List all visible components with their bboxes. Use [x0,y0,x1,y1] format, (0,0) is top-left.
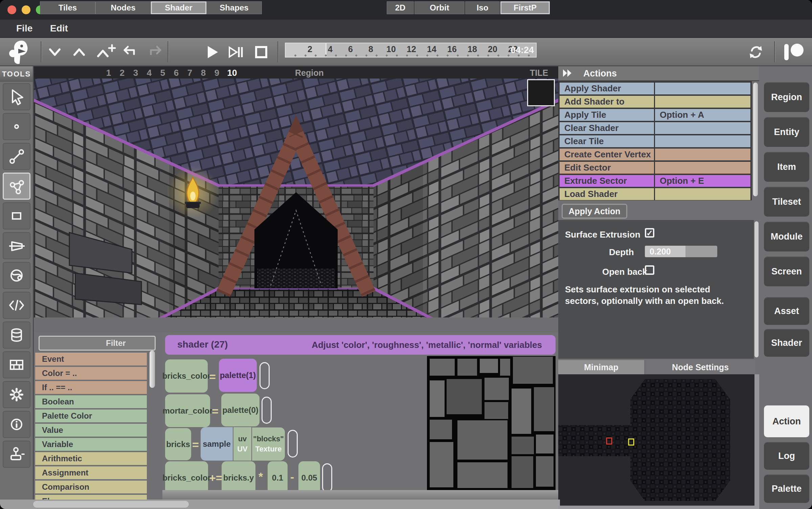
frame-number-active[interactable]: 10 [225,68,239,78]
close-window-button[interactable] [7,5,16,14]
action-row[interactable]: Load Shader [560,188,750,200]
node-func[interactable]: sample [201,427,233,461]
tool-globe[interactable] [3,262,30,289]
node-list-item[interactable]: If .. == .. [35,381,147,394]
node-value[interactable]: bricks.y [222,461,255,494]
mode-button-shader[interactable]: Shader [764,329,809,357]
mode-button-item[interactable]: Item [764,152,809,182]
open-back-checkbox[interactable] [645,265,654,275]
node-list-item[interactable]: Boolean [35,395,147,408]
menu-edit[interactable]: Edit [50,20,68,38]
mode-button-palette[interactable]: Palette [764,474,809,503]
viewport-3d-scene[interactable] [34,79,558,317]
tool-sector[interactable] [3,173,30,200]
depth-slider[interactable]: 0.200 [645,246,717,257]
tab-shapes[interactable]: Shapes [206,1,262,14]
tool-tilemap[interactable] [3,351,30,378]
minimap-scroll-strip[interactable] [754,374,759,509]
action-row[interactable]: Create Center Vertex [560,149,750,160]
tool-game[interactable] [3,441,30,468]
surface-extrusion-checkbox[interactable]: ✓ [645,228,654,238]
move-up-button[interactable] [71,44,87,60]
tool-code[interactable] [3,292,30,319]
action-row[interactable]: Clear Tile [560,135,750,147]
tool-data[interactable] [3,322,30,349]
node-arg[interactable]: uv UV [233,427,251,461]
frame-number[interactable]: 5 [158,68,168,78]
mode-button-entity[interactable]: Entity [764,117,809,147]
filter-input[interactable]: Filter [39,336,156,351]
action-row-selected[interactable]: Extrude SectorOption + E [560,175,750,187]
node-output-pin[interactable] [260,362,270,389]
tab-iso[interactable]: Iso [465,1,500,14]
tool-select[interactable] [3,83,30,110]
mode-button-region[interactable]: Region [764,82,809,112]
node-list-item[interactable]: Variable [35,438,147,451]
mode-button-log[interactable]: Log [764,442,809,470]
horizontal-scrollbar[interactable] [0,500,560,509]
actions-scrollbar[interactable] [753,83,758,196]
tab-firstp[interactable]: FirstP [500,1,550,14]
node-arg[interactable]: "blocks" Texture [252,427,285,461]
node-list-item[interactable]: Value [35,424,147,437]
sync-button[interactable] [748,44,764,60]
action-row[interactable]: Apply Shader [560,83,750,94]
frame-number[interactable]: 1 [104,68,114,78]
tile-preview[interactable] [527,79,555,106]
node-list-scrollbar[interactable] [150,351,155,388]
settings-scrollbar[interactable] [754,221,759,357]
tool-linedef[interactable] [3,143,30,170]
node-value[interactable]: palette(0) [221,394,260,426]
node-value[interactable]: 0.05 [298,461,320,494]
action-row[interactable]: Add Shader to Library [560,96,750,108]
play-pause-button[interactable] [227,44,244,60]
tab-minimap[interactable]: Minimap [558,360,644,374]
node-list-item[interactable]: Palette Color [35,410,147,422]
node-var[interactable]: bricks [165,428,191,460]
node-value[interactable]: 0.1 [268,461,288,494]
stop-button[interactable] [253,44,269,60]
move-down-button[interactable] [47,44,63,60]
patreon-button[interactable] [782,43,806,62]
timeline-ruler[interactable]: 2 4 6 8 10 12 14 16 18 20 22 04:24 [285,43,537,58]
node-output-pin[interactable] [322,463,332,492]
mode-button-action[interactable]: Action [764,405,809,437]
apply-action-button[interactable]: Apply Action [562,204,627,219]
node-list-item[interactable]: Assignment [35,466,147,479]
frame-number[interactable]: 9 [212,68,222,78]
tab-node-settings[interactable]: Node Settings [646,360,755,374]
mode-button-tileset[interactable]: Tileset [764,187,809,217]
tab-nodes[interactable]: Nodes [95,1,151,14]
node-var[interactable]: bricks_color [165,359,208,393]
tab-tiles[interactable]: Tiles [40,1,95,14]
node-list-item[interactable]: Color = .. [35,367,147,380]
minimize-window-button[interactable] [22,5,30,14]
tool-info[interactable] [3,411,30,438]
tab-2d[interactable]: 2D [387,1,414,14]
frame-number[interactable]: 8 [198,68,208,78]
mode-button-asset[interactable]: Asset [764,297,809,325]
node-var[interactable]: mortar_color [165,394,210,427]
action-row[interactable]: Edit Sector [560,162,750,174]
undo-button[interactable] [120,44,137,60]
tool-settings[interactable] [3,381,30,408]
action-row[interactable]: Apply TileOption + A [560,109,750,121]
node-var[interactable]: bricks_color [165,461,208,494]
tool-wall[interactable] [3,232,30,259]
mode-button-screen[interactable]: Screen [764,257,809,286]
tab-shader[interactable]: Shader [151,1,206,14]
node-value[interactable]: palette(1) [219,359,257,392]
shader-node-canvas[interactable]: shader (27) Adjust 'color', 'roughness',… [162,332,558,500]
tool-rect[interactable] [3,202,30,229]
minimap[interactable] [558,374,754,509]
move-up-add-button[interactable] [95,44,116,60]
node-list-item[interactable]: Arithmetic [35,452,147,465]
node-output-pin[interactable] [288,430,298,458]
frame-number[interactable]: 2 [117,68,127,78]
tab-orbit[interactable]: Orbit [414,1,465,14]
frame-number[interactable]: 7 [185,68,195,78]
node-output-pin[interactable] [262,397,272,424]
node-list-item[interactable]: Event [35,353,147,366]
node-list-item[interactable]: Comparison [35,481,147,493]
redo-button[interactable] [148,44,164,60]
